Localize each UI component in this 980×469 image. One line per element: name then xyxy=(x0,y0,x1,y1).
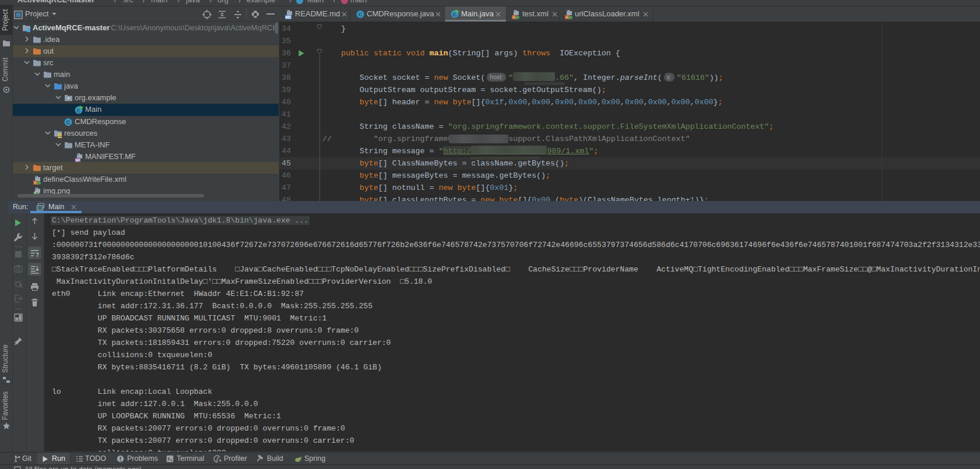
svg-text:<: < xyxy=(34,181,36,185)
svg-text:C: C xyxy=(66,119,71,125)
svg-text:C: C xyxy=(359,12,363,17)
svg-text:<: < xyxy=(512,15,515,19)
svg-text:<: < xyxy=(565,15,568,19)
svg-text:MD: MD xyxy=(285,15,291,19)
svg-text:MF: MF xyxy=(75,158,80,162)
